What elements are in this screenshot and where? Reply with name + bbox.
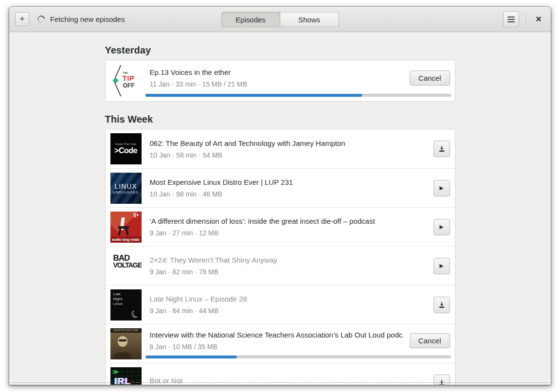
download-icon: [438, 145, 446, 153]
episode-meta: 10 Jan · 98 min · 46 MB: [150, 190, 428, 198]
podcast-cover-audio-long-reads: ((● audio long reads: [110, 212, 142, 243]
tab-shows[interactable]: Shows: [280, 12, 339, 27]
podcast-cover-linux-unplugged: LINUX UNPLUGGED: [110, 173, 142, 204]
download-button[interactable]: [434, 374, 450, 385]
podcast-cover-greater-than-code: Greater Than Code >Code: [110, 133, 142, 164]
hamburger-icon: [507, 17, 515, 18]
episode-row[interactable]: BAD VOLTAGE 2×24: They Weren’t That Shin…: [106, 246, 455, 285]
podcast-cover-irl: ≫ IRL: [110, 367, 142, 385]
episode-row[interactable]: Greater Than Code >Code 062: The Beauty …: [106, 129, 455, 168]
play-button[interactable]: ▶: [434, 180, 450, 196]
episode-meta: 11 Jan · 33 min · 15 MB / 21 MB: [150, 80, 404, 88]
episode-title: Ep.13 Voices in the ether: [150, 68, 404, 76]
episode-row[interactable]: LINUX UNPLUGGED Most Expensive Linux Dis…: [106, 168, 455, 207]
header-separator: [525, 13, 526, 26]
glasses-shape: [119, 339, 126, 341]
cancel-download-button[interactable]: Cancel: [410, 333, 450, 348]
play-button[interactable]: ▶: [434, 258, 450, 274]
section-title-this-week: This Week: [105, 114, 455, 125]
episode-row[interactable]: ≫ IRL Bot or Not: [106, 363, 455, 385]
status-text: Fetching new episodes: [50, 15, 125, 23]
episode-title: 2×24: They Weren’t That Shiny Anyway: [150, 256, 428, 264]
play-icon: ▶: [439, 263, 443, 269]
loading-spinner-icon: [36, 14, 46, 24]
play-button[interactable]: ▶: [434, 219, 450, 235]
episode-title: ‘A different dimension of loss’: inside …: [150, 217, 428, 225]
episode-meta: 9 Jan · 64 min · 44 MB: [150, 307, 428, 315]
episode-meta: 10 Jan · 58 min · 54 MB: [150, 151, 428, 159]
episodes-scroll-area[interactable]: Yesterday THE TIP OFF Ep.13 Voices in th…: [9, 33, 551, 385]
this-week-card: Greater Than Code >Code 062: The Beauty …: [105, 129, 455, 385]
menu-button[interactable]: [503, 11, 519, 27]
episode-title: Late Night Linux – Episode 28: [150, 295, 428, 303]
episode-meta: 9 Jan · 82 min · 78 MB: [150, 268, 428, 276]
download-button[interactable]: [434, 297, 450, 313]
episode-title: 062: The Beauty of Art and Technology wi…: [150, 139, 428, 147]
tab-episodes[interactable]: Episodes: [221, 12, 280, 27]
download-progressbar: [145, 94, 451, 97]
podcast-cover-late-night-linux: Late Night Linux ☾: [110, 289, 142, 321]
app-window: + Fetching new episodes Episodes Shows ✕…: [9, 6, 551, 385]
episode-title: Interview with the National Science Teac…: [150, 331, 404, 339]
download-button[interactable]: [434, 141, 450, 157]
episode-row[interactable]: THE TIP OFF Ep.13 Voices in the ether 11…: [106, 60, 455, 101]
close-window-button[interactable]: ✕: [532, 13, 545, 26]
add-podcast-button[interactable]: +: [15, 12, 29, 26]
episode-row[interactable]: ((● audio long reads ‘A different dimens…: [106, 207, 455, 246]
download-icon: [438, 301, 446, 309]
view-switcher: Episodes Shows: [221, 12, 339, 27]
episode-row[interactable]: CRAPHOUND.COM Interview with the Nationa…: [106, 324, 455, 363]
podcast-cover-craphound: CRAPHOUND.COM: [110, 328, 142, 359]
episode-meta: 9 Jan · 27 min · 12 MB: [150, 229, 428, 237]
episode-meta: 8 Jan · 10 MB / 35 MB: [150, 343, 404, 351]
crescent-moon-icon: ☾: [128, 307, 142, 321]
episode-title: Most Expensive Linux Distro Ever | LUP 2…: [150, 178, 428, 186]
podcast-cover-bad-voltage: BAD VOLTAGE: [110, 250, 142, 282]
header-right-controls: ✕: [503, 11, 545, 27]
header-bar: + Fetching new episodes Episodes Shows ✕: [9, 7, 551, 32]
episode-row[interactable]: Late Night Linux ☾ Late Night Linux – Ep…: [106, 285, 455, 324]
yesterday-card: THE TIP OFF Ep.13 Voices in the ether 11…: [105, 60, 455, 102]
section-title-yesterday: Yesterday: [105, 45, 455, 56]
download-progressbar: [145, 356, 451, 358]
podcast-cover-the-tip-off: THE TIP OFF: [110, 65, 142, 96]
cancel-download-button[interactable]: Cancel: [410, 71, 450, 86]
play-icon: ▶: [439, 185, 443, 191]
episode-title: Bot or Not: [150, 376, 428, 385]
download-icon: [438, 379, 446, 385]
play-icon: ▶: [439, 224, 443, 230]
